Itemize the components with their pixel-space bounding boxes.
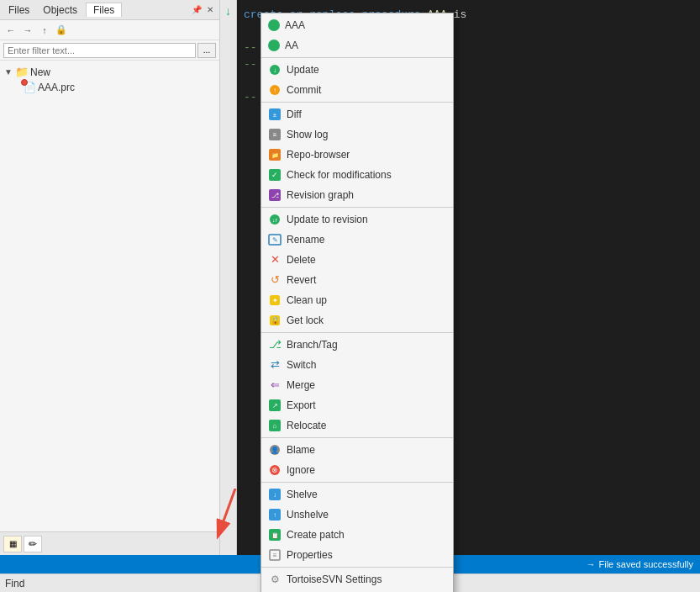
panel-controls: 📌 ✕: [191, 4, 216, 16]
folder-icon: 📁: [15, 66, 29, 78]
menu-item-settings[interactable]: ⚙ TortoiseSVN Settings: [261, 569, 453, 589]
getlock-icon: 🔒: [268, 314, 282, 327]
svg-text:✦: ✦: [272, 297, 278, 304]
svg-text:↑: ↑: [273, 87, 276, 94]
filter-row: ...: [0, 40, 219, 61]
menu-rename-label: Rename: [287, 234, 324, 246]
panel-title-tabs: Files Objects Files: [3, 3, 122, 18]
menu-updaterev-label: Update to revision: [287, 214, 368, 225]
menu-cleanup-label: Clean up: [287, 294, 327, 306]
edit-button[interactable]: ✏: [24, 536, 42, 552]
menu-item-relocate[interactable]: ⌂ Relocate: [261, 415, 453, 436]
up-button[interactable]: ↑: [37, 23, 52, 38]
menu-item-rename[interactable]: ✎ Rename: [261, 230, 453, 250]
showlog-icon: ≡: [268, 128, 282, 141]
menu-repobrowser-label: Repo-browser: [287, 149, 350, 161]
separator-7: [261, 567, 453, 568]
menu-item-checkmod[interactable]: ✓ Check for modifications: [261, 165, 453, 185]
menu-merge-label: Merge: [287, 379, 315, 391]
menu-relocate-label: Relocate: [287, 420, 326, 431]
svg-text:≡: ≡: [273, 131, 277, 139]
export-icon: ↗: [268, 399, 282, 412]
svg-text:↗: ↗: [272, 402, 278, 410]
menu-header-aaa[interactable]: AAA: [261, 15, 453, 35]
menu-item-repobrowser[interactable]: 📁 Repo-browser: [261, 145, 453, 165]
menu-header-aaa-text: AAA: [285, 19, 305, 31]
find-label: Find: [5, 578, 24, 589]
checkmod-icon: ✓: [268, 168, 282, 182]
revert-icon: ↺: [268, 273, 282, 287]
menu-item-delete[interactable]: ✕ Delete: [261, 250, 453, 270]
back-button[interactable]: ←: [3, 23, 18, 38]
svg-text:👤: 👤: [271, 446, 279, 454]
file-label: AAA.prc: [38, 82, 75, 93]
svg-line-50: [218, 489, 235, 535]
svg-text:↺: ↺: [271, 273, 280, 286]
forward-button[interactable]: →: [20, 23, 35, 38]
menu-branch-label: Branch/Tag: [287, 339, 338, 351]
properties-icon: ≡: [268, 548, 282, 562]
svg-text:✓: ✓: [271, 171, 278, 179]
close-icon[interactable]: ✕: [204, 4, 216, 16]
commit-icon: ↑: [268, 83, 282, 97]
menu-item-export[interactable]: ↗ Export: [261, 395, 453, 415]
menu-item-ignore[interactable]: ⊗ Ignore: [261, 460, 453, 480]
rename-icon: ✎: [268, 233, 282, 246]
filter-options-button[interactable]: ...: [197, 43, 216, 58]
menu-item-updaterev[interactable]: ↓r Update to revision: [261, 209, 453, 230]
menu-patch-label: Create patch: [287, 529, 345, 541]
lock-button[interactable]: 🔒: [54, 23, 69, 38]
svg-text:⌂: ⌂: [273, 422, 277, 430]
separator-5: [261, 437, 453, 438]
menu-checkmod-label: Check for modifications: [287, 169, 392, 181]
aa-green-icon: [268, 40, 280, 51]
menu-header-aa[interactable]: AA: [261, 35, 453, 56]
menu-unshelve-label: Unshelve: [287, 509, 329, 521]
separator-2: [261, 102, 453, 103]
menu-header-aa-text: AA: [285, 40, 298, 51]
menu-item-diff[interactable]: ± Diff: [261, 104, 453, 124]
menu-blame-label: Blame: [287, 444, 315, 456]
svg-text:⎇: ⎇: [269, 338, 282, 351]
menu-item-update[interactable]: ↓ Update: [261, 60, 453, 80]
unshelve-icon: ↑: [268, 508, 282, 521]
tree-item-new-folder[interactable]: ▼ 📁 New: [0, 64, 219, 80]
menu-item-showlog[interactable]: ≡ Show log: [261, 124, 453, 145]
blame-icon: 👤: [268, 443, 282, 457]
svn-update-vert-icon[interactable]: ↓: [221, 3, 236, 18]
menu-item-branch[interactable]: ⎇ Branch/Tag: [261, 335, 453, 355]
context-menu: AAA AA ↓ Update ↑ Commit ± Diff ≡ Show l…: [261, 13, 454, 592]
svg-text:📁: 📁: [271, 151, 279, 159]
menu-item-shelve[interactable]: ↓ Shelve: [261, 484, 453, 505]
menu-item-properties[interactable]: ≡ Properties: [261, 545, 453, 565]
view-toggle-button[interactable]: ▦: [3, 536, 22, 552]
toolbar-row: ← → ↑ 🔒: [0, 20, 219, 40]
menu-item-cleanup[interactable]: ✦ Clean up: [261, 290, 453, 310]
menu-item-blame[interactable]: 👤 Blame: [261, 440, 453, 460]
menu-item-revgraph[interactable]: ⎇ Revision graph: [261, 185, 453, 205]
file-tree: ▼ 📁 New 📄 AAA.prc: [0, 61, 219, 531]
tree-item-aaa-prc[interactable]: 📄 AAA.prc: [0, 80, 219, 95]
menu-properties-label: Properties: [287, 549, 333, 561]
filter-input[interactable]: [3, 43, 196, 58]
menu-item-patch[interactable]: 📋 Create patch: [261, 525, 453, 545]
menu-item-unshelve[interactable]: ↑ Unshelve: [261, 505, 453, 525]
menu-export-label: Export: [287, 399, 316, 411]
svg-text:↓: ↓: [273, 491, 276, 499]
tab-files[interactable]: Files: [86, 3, 122, 17]
tab-objects[interactable]: Objects: [36, 3, 84, 17]
bottom-toolbar: ▦ ✏: [0, 531, 219, 555]
menu-item-commit[interactable]: ↑ Commit: [261, 80, 453, 100]
left-vert-toolbar: ↓: [220, 0, 237, 555]
menu-item-getlock[interactable]: 🔒 Get lock: [261, 310, 453, 330]
repobrowser-icon: 📁: [268, 148, 282, 161]
menu-item-merge[interactable]: ⇐ Merge: [261, 375, 453, 395]
delete-icon: ✕: [268, 253, 282, 267]
menu-settings-label: TortoiseSVN Settings: [287, 574, 382, 585]
pin-icon[interactable]: 📌: [191, 4, 203, 16]
menu-item-revert[interactable]: ↺ Revert: [261, 270, 453, 290]
separator-3: [261, 207, 453, 208]
ignore-icon: ⊗: [268, 463, 282, 477]
svg-text:±: ±: [273, 111, 277, 119]
menu-item-switch[interactable]: ⇄ Switch: [261, 355, 453, 375]
